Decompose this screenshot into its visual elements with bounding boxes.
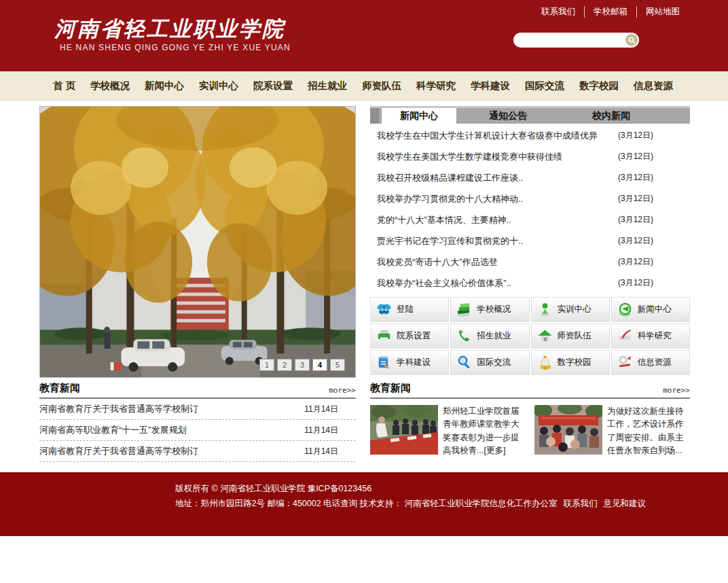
edu-news-row[interactable]: 河南省高等职业教育“十一五”发展规划 11月14日 [39, 420, 356, 441]
quick-link-training-center[interactable]: 实训中心 [531, 297, 610, 322]
quick-link-info-resources[interactable]: 信息资源 [611, 350, 690, 375]
news-tabbar: 新闻中心 通知公告 校内新闻 [370, 106, 690, 124]
nav-item-international[interactable]: 国际交流 [525, 80, 564, 92]
nav-item-training-center[interactable]: 实训中心 [199, 80, 238, 92]
more-link[interactable]: more>> [329, 386, 356, 395]
news-row[interactable]: 我校举办学习贯彻党的十八大精神动.. (3月12日) [370, 188, 690, 209]
edu-news-cards: 郑州轻工业学院首届青年教师课堂教学大奖赛表彰为进一步提高我校青...[更多] [370, 405, 690, 458]
tabbar-decoration [370, 108, 379, 124]
news-title[interactable]: 我校学生在中国大学生计算机设计大赛省级赛中成绩优异 [377, 130, 598, 142]
news-row[interactable]: 我校学生在美国大学生数学建模竞赛中获得佳绩 (3月12日) [370, 146, 690, 167]
quick-link-international[interactable]: 国际交流 [450, 350, 529, 375]
slider-pagination: 1 2 3 4 5 [259, 359, 345, 371]
edu-news-title[interactable]: 河南省高等职业教育“十一五”发展规划 [39, 424, 187, 436]
pin-figure-icon [536, 301, 553, 318]
news-title[interactable]: 我校召开校级精品课程建设工作座谈.. [377, 172, 523, 184]
quick-link-research[interactable]: 科学研究 [611, 323, 690, 349]
more-link[interactable]: more>> [663, 386, 690, 395]
tab-campus-news[interactable]: 校内新闻 [560, 108, 663, 124]
quick-link-discipline[interactable]: 学科建设 [370, 350, 449, 375]
nav-item-home[interactable]: 首 页 [53, 80, 75, 92]
printer-icon [376, 328, 393, 344]
slider-page-3[interactable]: 3 [295, 359, 310, 371]
quick-links-grid: 登陆 学校概况 实训中心 新闻中心 院系设置 [370, 297, 690, 375]
address-text: 地址：郑州市园田路2号 邮编：450002 电话查询 技术支持： 河南省轻工业职… [175, 498, 558, 510]
topbar-link-sitemap[interactable]: 网站地图 [637, 6, 689, 18]
quick-link-news-center[interactable]: 新闻中心 [611, 297, 690, 322]
slider-page-4-active[interactable]: 4 [312, 359, 327, 371]
nav-item-digital-campus[interactable]: 数字校园 [579, 80, 619, 92]
quick-link-label: 登陆 [397, 304, 414, 315]
campus-autumn-photo [40, 107, 355, 377]
nav-item-faculty[interactable]: 师资队伍 [362, 80, 401, 92]
quick-link-school-overview[interactable]: 学校概况 [450, 297, 529, 322]
news-title[interactable]: 党的“十八大”基本情况、主要精神.. [377, 214, 511, 226]
news-title[interactable]: 我校举办“社会主义核心价值体系”.. [377, 277, 511, 289]
search-input[interactable] [520, 33, 621, 47]
footer-contact-link[interactable]: 联系我们 [564, 498, 598, 510]
news-date: (3月12日) [618, 214, 653, 226]
tab-notices[interactable]: 通知公告 [456, 108, 560, 124]
search-icon [628, 37, 636, 44]
slider-page-5[interactable]: 5 [330, 359, 345, 371]
slider-page-1[interactable]: 1 [259, 359, 274, 371]
quick-link-label: 数字校园 [558, 357, 592, 368]
quick-link-faculty[interactable]: 师资队伍 [531, 323, 610, 349]
edu-news-row[interactable]: 河南省教育厅关于我省普通高等学校制订 11月14日 [39, 399, 356, 420]
edu-news-title[interactable]: 河南省教育厅关于我省普通高等学校制订 [39, 445, 198, 457]
news-title[interactable]: 我校学生在美国大学生数学建模竞赛中获得佳绩 [377, 151, 562, 163]
nav-item-admissions[interactable]: 招生就业 [308, 80, 347, 92]
search-button[interactable] [625, 34, 638, 46]
news-list: 我校学生在中国大学生计算机设计大赛省级赛中成绩优异 (3月12日) 我校学生在美… [370, 125, 690, 294]
hero-slider[interactable]: 1 2 3 4 5 [39, 106, 356, 378]
news-date: (3月12日) [618, 277, 653, 289]
nav-item-departments[interactable]: 院系设置 [253, 80, 293, 92]
quick-link-login[interactable]: 登陆 [370, 297, 449, 322]
nav-item-news-center[interactable]: 新闻中心 [145, 80, 184, 92]
butterfly-icon [376, 301, 393, 318]
news-row[interactable]: 党的“十八大”基本情况、主要精神.. (3月12日) [370, 209, 690, 230]
news-row[interactable]: 我校举办“社会主义核心价值体系”.. (3月12日) [370, 272, 690, 294]
quick-link-label: 科学研究 [638, 330, 672, 342]
tab-news-center[interactable]: 新闻中心 [382, 108, 456, 124]
slider-page-2[interactable]: 2 [277, 359, 292, 371]
edu-news-card[interactable]: 郑州轻工业学院首届青年教师课堂教学大奖赛表彰为进一步提高我校青...[更多] [370, 405, 525, 458]
quick-link-departments[interactable]: 院系设置 [370, 323, 449, 349]
news-title[interactable]: 我校举办学习贯彻党的十八大精神动.. [377, 193, 523, 205]
quick-link-label: 国际交流 [477, 357, 511, 368]
edu-news-title[interactable]: 河南省教育厅关于我省普通高等学校制订 [39, 403, 198, 415]
quick-link-label: 招生就业 [477, 330, 511, 342]
news-title[interactable]: 贾光宇书记在学习宣传和贯彻党的十.. [377, 235, 523, 247]
news-row[interactable]: 我校召开校级精品课程建设工作座谈.. (3月12日) [370, 167, 690, 188]
edu-news-right-header: 教育新闻 more>> [370, 382, 690, 399]
footer-feedback-link[interactable]: 意见和建议 [604, 498, 647, 510]
edu-news-row[interactable]: 河南省教育厅关于我省普通高等学校制订 11月14日 [39, 441, 356, 462]
megaphone-icon [617, 301, 634, 318]
site-logo-title: 河南省轻工业职业学院 [54, 15, 285, 43]
section-title: 教育新闻 [370, 382, 411, 395]
news-row[interactable]: 我校学生在中国大学生计算机设计大赛省级赛中成绩优异 (3月12日) [370, 125, 690, 146]
main-nav: 首 页 学校概况 新闻中心 实训中心 院系设置 招生就业 师资队伍 科学研究 学… [0, 71, 728, 101]
nav-item-research[interactable]: 科学研究 [416, 80, 456, 92]
edu-news-card-text[interactable]: 郑州轻工业学院首届青年教师课堂教学大奖赛表彰为进一步提高我校青...[更多] [443, 405, 525, 458]
news-row[interactable]: 我校党员“寄语十八大”作品选登 (3月12日) [370, 251, 690, 272]
edu-news-date: 11月14日 [304, 404, 338, 415]
edu-news-right-section: 教育新闻 more>> [370, 382, 690, 458]
edu-news-card-text[interactable]: 为做好这次新生接待工作，艺术设计系作了周密安排。由系主任曹永智亲自到场...[更… [607, 405, 689, 458]
news-date: (3月12日) [618, 256, 653, 268]
edu-news-left-section: 教育新闻 more>> 河南省教育厅关于我省普通高等学校制订 11月14日 河南… [39, 382, 356, 462]
quick-link-label: 学校概况 [477, 304, 511, 315]
topbar-link-mail[interactable]: 学校邮箱 [585, 6, 637, 18]
news-title[interactable]: 我校党员“寄语十八大”作品选登 [377, 256, 498, 268]
quick-link-label: 师资队伍 [558, 330, 592, 342]
topbar-link-contact[interactable]: 联系我们 [532, 6, 585, 18]
nav-item-discipline[interactable]: 学科建设 [471, 80, 510, 92]
nav-item-info-resources[interactable]: 信息资源 [634, 80, 673, 92]
edu-news-card[interactable]: 为做好这次新生接待工作，艺术设计系作了周密安排。由系主任曹永智亲自到场...[更… [534, 405, 689, 458]
quick-link-admissions[interactable]: 招生就业 [450, 323, 529, 349]
news-row[interactable]: 贾光宇书记在学习宣传和贯彻党的十.. (3月12日) [370, 230, 690, 251]
copyright-line: 版权所有 © 河南省轻工业职业学院 豫ICP备0123456 [175, 483, 371, 495]
quick-link-digital-campus[interactable]: 数字校园 [531, 350, 610, 375]
notebook-icon [376, 354, 393, 371]
nav-item-school-overview[interactable]: 学校概况 [90, 80, 130, 92]
